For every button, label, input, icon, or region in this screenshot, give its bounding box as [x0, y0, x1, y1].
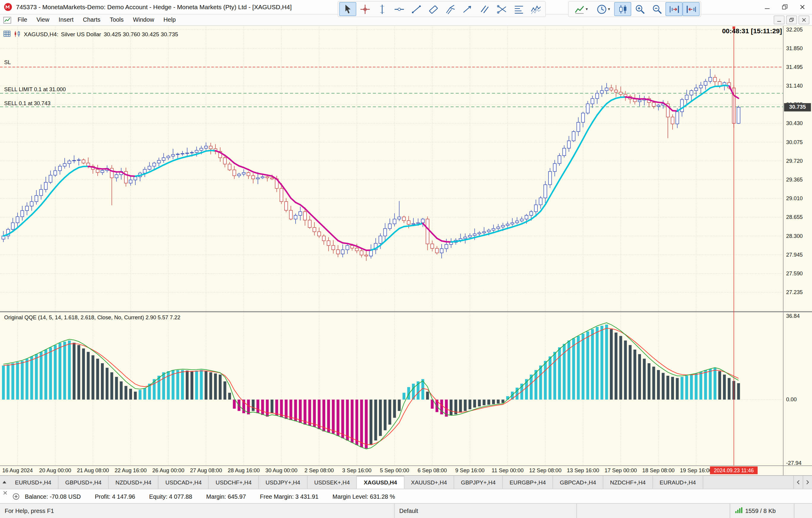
cursor-button[interactable] [339, 2, 356, 16]
trade-stat: Margin: 645.97 [206, 493, 246, 499]
svg-text:27 Aug 08:00: 27 Aug 08:00 [190, 467, 222, 473]
menu-view[interactable]: View [32, 15, 54, 26]
symbol-tab-xagusdh4[interactable]: XAGUSD,H4 [357, 476, 404, 489]
menu-charts[interactable]: Charts [78, 15, 105, 26]
fibonacci-fan-button[interactable] [493, 2, 510, 16]
svg-text:2 Sep 08:00: 2 Sep 08:00 [304, 467, 334, 473]
svg-text:29.720: 29.720 [786, 158, 803, 164]
symbol-tab-euraudh4[interactable]: EURAUD+,H4 [653, 476, 703, 489]
svg-text:-27.94: -27.94 [786, 460, 802, 466]
ohlc-values: 30.425 30.760 30.425 30.735 [104, 31, 178, 37]
symbol-tab-usdcadh4[interactable]: USDCAD+,H4 [159, 476, 209, 489]
svg-text:31.495: 31.495 [786, 64, 803, 70]
elliott-waves-icon [530, 3, 541, 15]
svg-text:20 Aug 00:00: 20 Aug 00:00 [39, 467, 71, 473]
menu-window[interactable]: Window [128, 15, 159, 26]
menu-insert[interactable]: Insert [54, 15, 78, 26]
equidistant-channel-icon [427, 3, 439, 15]
svg-text:5 Sep 00:00: 5 Sep 00:00 [380, 467, 409, 473]
symbol-tab-nzdchfh4[interactable]: NZDCHF+,H4 [603, 476, 653, 489]
tabs-overflow-icon[interactable] [0, 476, 8, 489]
menu-file[interactable]: File [13, 15, 32, 26]
svg-text:9 Sep 16:00: 9 Sep 16:00 [455, 467, 485, 473]
tabs-spacer [703, 476, 793, 489]
chart-close-button[interactable] [799, 16, 810, 24]
candlestick-mode-button[interactable] [614, 2, 631, 16]
minimize-button[interactable] [758, 0, 776, 14]
elliott-waves-button[interactable] [527, 2, 544, 16]
symbol-tab-usdjpyh4[interactable]: USDJPY+,H4 [259, 476, 308, 489]
symbol-description: Silver US Dollar [61, 31, 101, 37]
symbol-period-label: XAGUSD,H4: [24, 31, 58, 37]
svg-text:32.205: 32.205 [786, 26, 803, 33]
zoom-in-button[interactable] [631, 2, 648, 16]
arrowed-line-button[interactable] [459, 2, 476, 16]
grid-layer [0, 26, 783, 466]
menu-tools[interactable]: Tools [105, 15, 128, 26]
svg-text:28.300: 28.300 [786, 233, 803, 239]
menu-help[interactable]: Help [159, 15, 180, 26]
symbol-tab-usdchfh4[interactable]: USDCHF+,H4 [209, 476, 259, 489]
timeframe-icon [596, 3, 607, 15]
chart-type-button[interactable]: ▾ [570, 2, 592, 16]
trade-bar: Balance: -70.08 USDProfit: 4 147.96Equit… [0, 489, 812, 503]
metatrader-window: 745373 - MonetaMarkets-Demo: Demo Accoun… [0, 0, 812, 518]
svg-text:0.00: 0.00 [786, 396, 797, 403]
timeframe-button[interactable]: ▾ [592, 2, 614, 16]
fibonacci-retracement-button[interactable] [510, 2, 527, 16]
crosshair-icon [359, 3, 370, 15]
fibonacci-fan-icon [496, 3, 507, 15]
mini-candles-icon[interactable] [13, 30, 21, 38]
zoom-out-button[interactable] [648, 2, 666, 16]
qqe-histogram-layer [2, 325, 740, 448]
price-chart-canvas[interactable]: 32.20531.85031.49531.14030.78530.43030.0… [0, 26, 812, 475]
svg-text:26 Aug 00:00: 26 Aug 00:00 [152, 467, 184, 473]
svg-text:29.010: 29.010 [786, 195, 803, 201]
symbol-tab-gbpcadh4[interactable]: GBPCAD+,H4 [553, 476, 603, 489]
quotes-grid-icon[interactable] [3, 30, 11, 38]
indicator-label: Original QQE (14, 5, 14, 1.618, 2.618, C… [4, 314, 180, 320]
vertical-line-button[interactable] [373, 2, 390, 16]
horizontal-line-icon [393, 3, 405, 15]
symbol-tab-nzdusdh4[interactable]: NZDUSD+,H4 [109, 476, 158, 489]
symbol-tab-gbpusdh4[interactable]: GBPUSD+,H4 [58, 476, 109, 489]
parallel-channel-button[interactable] [476, 2, 493, 16]
symbol-tab-gbpjpyh4[interactable]: GBPJPY+,H4 [454, 476, 503, 489]
chart-restore-button[interactable] [786, 16, 797, 24]
trade-stat: Equity: 4 077.88 [149, 493, 192, 499]
svg-text:31.140: 31.140 [786, 83, 803, 89]
arrowed-line-icon [462, 3, 473, 15]
status-bar: For Help, press F1 Default 1559 / 8 Kb [0, 503, 812, 518]
crosshair-button[interactable] [356, 2, 373, 16]
sell-label: SELL 0.1 at 30.743 [4, 100, 51, 106]
horizontal-line-button[interactable] [390, 2, 408, 16]
new-order-icon[interactable] [10, 493, 22, 500]
trendline-button[interactable] [407, 2, 425, 16]
chart-window-icon [3, 16, 11, 24]
svg-text:30.075: 30.075 [786, 139, 803, 145]
equidistant-channel-button[interactable] [425, 2, 442, 16]
symbol-tab-usdsekh4[interactable]: USDSEK+,H4 [308, 476, 357, 489]
cursor-icon [342, 3, 353, 15]
trade-bar-close-icon[interactable] [0, 489, 10, 503]
auto-scroll-button[interactable] [665, 2, 683, 16]
andrews-pitchfork-button[interactable] [442, 2, 459, 16]
tabs-scroll-right-button[interactable] [803, 476, 812, 489]
svg-text:30.430: 30.430 [786, 120, 803, 126]
line-studies-toolbar [338, 1, 546, 17]
symbol-tab-eurgbph4[interactable]: EURGBP+,H4 [503, 476, 553, 489]
restore-button[interactable] [776, 0, 793, 14]
vertical-line-icon [376, 3, 387, 15]
symbol-tab-xauusdh4[interactable]: XAUUSD+,H4 [404, 476, 454, 489]
tabs-scroll-left-button[interactable] [793, 476, 803, 489]
sl-label: SL [4, 59, 11, 65]
symbol-tab-eurusdh4[interactable]: EURUSD+,H4 [8, 476, 58, 489]
symbol-tabs-bar: EURUSD+,H4GBPUSD+,H4NZDUSD+,H4USDCAD+,H4… [0, 475, 812, 489]
order-lines-layer [0, 67, 783, 107]
tabs-list: EURUSD+,H4GBPUSD+,H4NZDUSD+,H4USDCAD+,H4… [8, 476, 703, 489]
current-time-tag: 2024.09.23 11:46 [710, 466, 758, 474]
close-button[interactable] [793, 0, 811, 14]
chart-minimize-button[interactable] [774, 16, 785, 24]
profile-name[interactable]: Default [395, 504, 577, 518]
chart-shift-button[interactable] [683, 2, 700, 16]
